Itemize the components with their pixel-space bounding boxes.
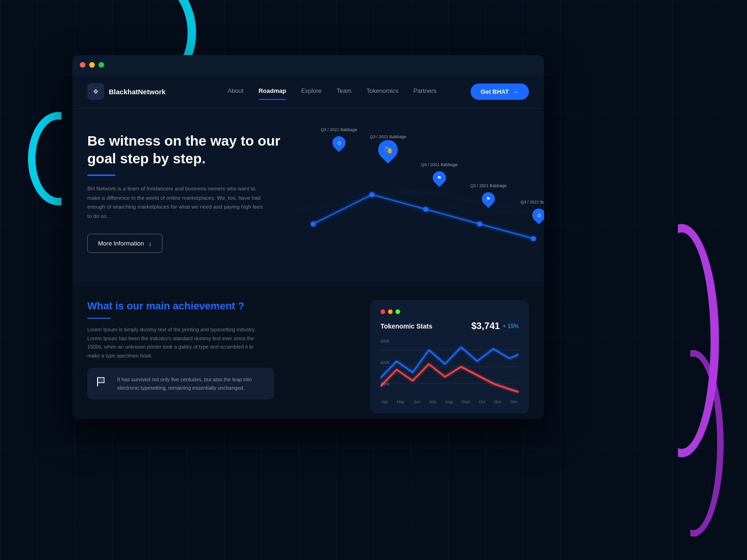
x-label-apr: Apr [381, 399, 388, 404]
x-label-jun: Jun [413, 399, 420, 404]
achievement-title-prefix: What is our main [87, 300, 173, 312]
nav-tokenomics[interactable]: Tokenomics [366, 87, 399, 96]
milestone-5: Q3 / 2021 Babbage ⊙ [521, 200, 544, 224]
nav-about[interactable]: About [228, 87, 244, 96]
stats-dots [381, 309, 519, 314]
stats-card: Tokenomic Stats $3,741 + 15% [370, 300, 529, 413]
hero-underline [87, 175, 115, 176]
logo-icon [87, 83, 104, 100]
milestone-1-label: Q3 / 2021 Babbage [321, 127, 357, 132]
svg-point-1 [311, 222, 316, 226]
milestone-4-pin: ⚑ [481, 190, 496, 208]
close-button[interactable] [80, 62, 85, 68]
dot-red [381, 309, 385, 314]
milestone-1: Q3 / 2021 Babbage ⊙ [321, 127, 357, 152]
achievement-description: Lorem Ipsum is simply dummy text of the … [87, 325, 265, 360]
chart-x-labels: Apr May Jun July Aug Sept Oct Nov Dec [381, 399, 519, 404]
more-info-button[interactable]: More Information ↓ [87, 234, 162, 253]
stats-price: $3,741 [471, 321, 500, 331]
dot-yellow [388, 309, 393, 314]
achievement-underline [87, 318, 111, 319]
x-label-may: May [397, 399, 405, 404]
milestone-2: Q3 / 2021 Babbage 🎭 [370, 134, 406, 159]
achievement-section: What is our main achievement ? Lorem Ips… [87, 300, 356, 413]
nav-team[interactable]: Team [337, 87, 352, 96]
nav-links: About Roadmap Explore Team Tokenomics Pa… [194, 87, 471, 96]
hero-section: Be witness on the way to our goal step b… [72, 109, 544, 286]
feature-card: It has survived not only five centuries,… [87, 368, 274, 399]
logo-text: BlackhatNetwork [109, 88, 166, 96]
more-info-label: More Information [98, 240, 144, 247]
get-bhat-label: Get BHAT [481, 88, 509, 95]
hero-description: BH Network is a team of freelancers and … [87, 184, 265, 221]
milestone-2-pin: 🎭 [381, 141, 395, 159]
x-label-aug: Aug [445, 399, 452, 404]
chart-area: 600k 400k 200k [381, 339, 519, 395]
milestone-1-pin: ⊙ [331, 134, 346, 152]
roadmap-area: Q3 / 2021 Babbage ⊙ Q3 / 2021 Babbage 🎭 … [293, 127, 529, 277]
x-label-sept: Sept [461, 399, 470, 404]
stats-value-area: $3,741 + 15% [471, 321, 519, 331]
milestone-3-pin: ⚑ [432, 169, 447, 187]
x-label-dec: Dec [510, 399, 518, 404]
minimize-button[interactable] [89, 62, 95, 68]
milestone-4-label: Q3 / 2021 Babbage [470, 183, 507, 188]
stats-header: Tokenomic Stats $3,741 + 15% [381, 321, 519, 331]
main-nav: BlackhatNetwork About Roadmap Explore Te… [72, 75, 544, 109]
achievement-title: What is our main achievement ? [87, 300, 356, 312]
nav-partners[interactable]: Partners [413, 87, 436, 96]
milestone-5-label: Q3 / 2021 Babbage [521, 200, 544, 204]
milestone-3-label: Q3 / 2021 Babbage [421, 162, 458, 167]
logo[interactable]: BlackhatNetwork [87, 83, 166, 100]
feature-flag-icon [96, 376, 111, 391]
hero-title: Be witness on the way to our goal step b… [87, 132, 283, 167]
x-label-july: July [429, 399, 437, 404]
dot-green [395, 309, 400, 314]
svg-point-4 [477, 222, 482, 226]
get-bhat-button[interactable]: Get BHAT → [471, 84, 529, 100]
chart-svg [381, 339, 519, 395]
svg-point-3 [423, 207, 428, 211]
svg-point-2 [369, 192, 374, 197]
browser-titlebar [72, 55, 544, 75]
milestone-3: Q3 / 2021 Babbage ⚑ [421, 162, 458, 187]
browser-window: BlackhatNetwork About Roadmap Explore Te… [72, 55, 544, 419]
nav-roadmap[interactable]: Roadmap [259, 87, 286, 96]
milestone-5-pin: ⊙ [531, 206, 544, 224]
bottom-section: What is our main achievement ? Lorem Ips… [72, 286, 544, 419]
feature-text: It has survived not only five centuries,… [117, 375, 266, 392]
milestone-4: Q3 / 2021 Babbage ⚑ [470, 183, 507, 208]
x-label-oct: Oct [479, 399, 485, 404]
maximize-button[interactable] [99, 62, 104, 68]
stats-title: Tokenomic Stats [381, 322, 432, 330]
svg-point-5 [531, 236, 536, 241]
hero-content: Be witness on the way to our goal step b… [87, 127, 283, 277]
get-bhat-arrow: → [513, 88, 519, 95]
milestone-2-label: Q3 / 2021 Babbage [370, 134, 406, 139]
x-label-nov: Nov [494, 399, 501, 404]
nav-explore[interactable]: Explore [301, 87, 322, 96]
stats-change: + 15% [503, 323, 519, 329]
achievement-title-suffix: ? [235, 300, 245, 312]
achievement-title-highlight: achievement [173, 300, 235, 312]
more-info-icon: ↓ [148, 240, 152, 247]
